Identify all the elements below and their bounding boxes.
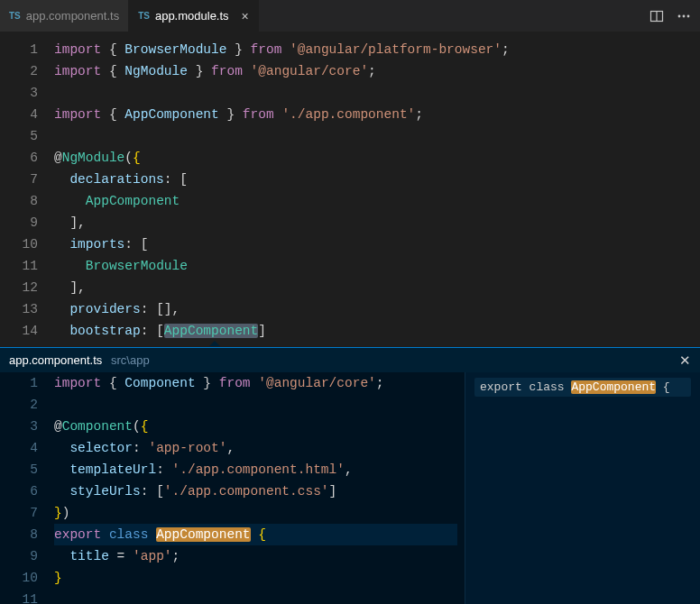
- svg-point-2: [678, 14, 681, 17]
- line-number-gutter: 1234567891011121314: [0, 39, 54, 342]
- code-line[interactable]: @Component({: [54, 416, 457, 437]
- code-line[interactable]: import { BrowserModule } from '@angular/…: [54, 39, 693, 60]
- line-number: 9: [0, 545, 38, 567]
- ts-badge-icon: TS: [9, 11, 21, 21]
- line-number: 11: [0, 255, 38, 277]
- code-line[interactable]: import { Component } from '@angular/core…: [54, 372, 457, 394]
- code-line[interactable]: BrowserModule: [54, 255, 693, 277]
- code-line[interactable]: declarations: [: [54, 169, 693, 190]
- code-line[interactable]: [54, 394, 457, 416]
- tab-label: app.module.ts: [155, 9, 229, 23]
- line-number: 6: [0, 480, 38, 502]
- peek-pointer-icon: [209, 341, 220, 346]
- split-editor-icon[interactable]: [649, 9, 664, 23]
- code-line[interactable]: bootstrap: [AppComponent]: [54, 320, 693, 342]
- code-line[interactable]: }: [54, 567, 457, 589]
- ts-badge-icon: TS: [138, 11, 150, 21]
- line-number: 3: [0, 82, 38, 104]
- code-line[interactable]: export class AppComponent {: [54, 524, 457, 545]
- peek-editor[interactable]: 1234567891011 import { Component } from …: [0, 372, 465, 604]
- code-line[interactable]: imports: [: [54, 233, 693, 255]
- line-number: 12: [0, 277, 38, 298]
- reference-item[interactable]: export class AppComponent {: [474, 378, 691, 397]
- code-line[interactable]: ],: [54, 277, 693, 298]
- code-area[interactable]: import { Component } from '@angular/core…: [54, 372, 465, 604]
- line-number: 2: [0, 60, 38, 82]
- code-line[interactable]: }): [54, 502, 457, 524]
- line-number: 13: [0, 298, 38, 320]
- peek-file-path: src\app: [111, 353, 150, 367]
- more-actions-icon[interactable]: [677, 9, 691, 23]
- line-number: 7: [0, 169, 38, 190]
- main-editor[interactable]: 1234567891011121314 import { BrowserModu…: [0, 32, 700, 342]
- line-number: 8: [0, 190, 38, 212]
- line-number: 2: [0, 394, 38, 416]
- line-number: 3: [0, 416, 38, 437]
- line-number: 5: [0, 125, 38, 147]
- line-number: 7: [0, 502, 38, 524]
- line-number: 1: [0, 39, 38, 60]
- code-line[interactable]: import { NgModule } from '@angular/core'…: [54, 60, 693, 82]
- tab-label: app.component.ts: [26, 9, 119, 23]
- code-line[interactable]: title = 'app';: [54, 545, 457, 567]
- tab-actions: [640, 0, 700, 32]
- peek-references-panel[interactable]: export class AppComponent {: [465, 372, 700, 604]
- line-number: 10: [0, 233, 38, 255]
- code-line[interactable]: import { AppComponent } from './app.comp…: [54, 104, 693, 125]
- svg-point-3: [683, 14, 686, 17]
- line-number: 9: [0, 212, 38, 233]
- code-line[interactable]: @NgModule({: [54, 147, 693, 169]
- line-number: 8: [0, 524, 38, 545]
- peek-file-title: app.component.ts: [9, 353, 102, 367]
- tab-app-module[interactable]: TS app.module.ts ×: [129, 0, 259, 32]
- line-number: 11: [0, 589, 38, 604]
- code-line[interactable]: providers: [],: [54, 298, 693, 320]
- line-number: 14: [0, 320, 38, 342]
- code-line[interactable]: [54, 589, 457, 604]
- line-number: 10: [0, 567, 38, 589]
- tab-bar: TS app.component.ts TS app.module.ts ×: [0, 0, 700, 32]
- code-line[interactable]: styleUrls: ['./app.component.css']: [54, 480, 457, 502]
- code-line[interactable]: [54, 125, 693, 147]
- code-line[interactable]: ],: [54, 212, 693, 233]
- line-number: 4: [0, 437, 38, 459]
- ref-highlight: AppComponent: [571, 380, 656, 394]
- code-area[interactable]: import { BrowserModule } from '@angular/…: [54, 39, 700, 342]
- peek-header: app.component.ts src\app ✕: [0, 347, 700, 372]
- ref-suffix: {: [656, 380, 670, 394]
- line-number-gutter: 1234567891011: [0, 372, 54, 604]
- tab-app-component[interactable]: TS app.component.ts: [0, 0, 129, 32]
- close-tab-icon[interactable]: ×: [242, 9, 249, 23]
- peek-body: 1234567891011 import { Component } from …: [0, 372, 700, 604]
- ref-prefix: export class: [480, 380, 571, 394]
- line-number: 6: [0, 147, 38, 169]
- line-number: 5: [0, 459, 38, 480]
- code-line[interactable]: templateUrl: './app.component.html',: [54, 459, 457, 480]
- code-line[interactable]: AppComponent: [54, 190, 693, 212]
- code-line[interactable]: selector: 'app-root',: [54, 437, 457, 459]
- svg-point-4: [687, 14, 690, 17]
- line-number: 4: [0, 104, 38, 125]
- code-line[interactable]: [54, 82, 693, 104]
- close-peek-icon[interactable]: ✕: [679, 352, 691, 369]
- line-number: 1: [0, 372, 38, 394]
